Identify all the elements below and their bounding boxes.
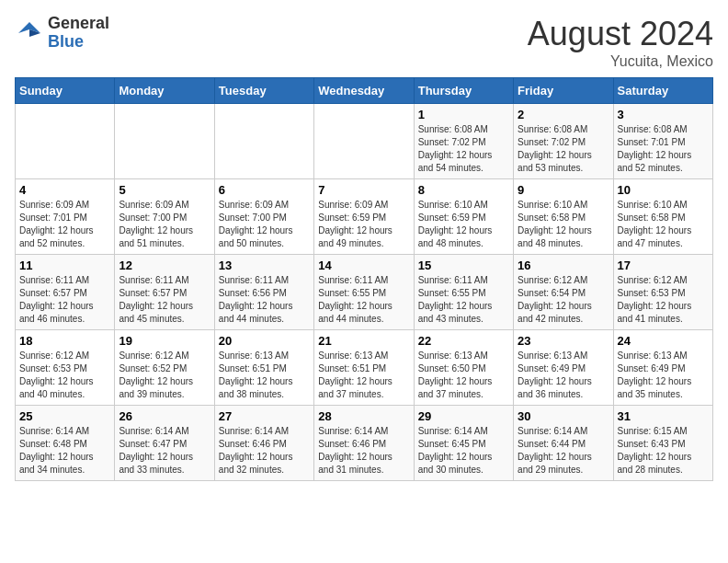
day-cell (214, 104, 313, 179)
day-number: 11 (19, 259, 110, 272)
day-number: 16 (518, 259, 609, 272)
day-number: 2 (518, 108, 609, 121)
day-cell: 12Sunrise: 6:11 AMSunset: 6:57 PMDayligh… (115, 255, 214, 330)
day-cell: 4Sunrise: 6:09 AMSunset: 7:01 PMDaylight… (16, 179, 115, 255)
day-number: 29 (418, 409, 509, 423)
day-number: 3 (618, 108, 709, 121)
day-number: 24 (618, 334, 709, 348)
week-row-3: 18Sunrise: 6:12 AMSunset: 6:53 PMDayligh… (16, 330, 713, 406)
header-day-wednesday: Wednesday (314, 78, 414, 104)
day-cell: 30Sunrise: 6:14 AMSunset: 6:44 PMDayligh… (514, 406, 613, 481)
day-cell: 16Sunrise: 6:12 AMSunset: 6:54 PMDayligh… (514, 255, 613, 330)
day-number: 18 (19, 334, 110, 348)
day-detail: Sunrise: 6:10 AMSunset: 6:58 PMDaylight:… (618, 199, 709, 250)
day-detail: Sunrise: 6:14 AMSunset: 6:46 PMDaylight:… (219, 425, 310, 477)
day-cell: 9Sunrise: 6:10 AMSunset: 6:58 PMDaylight… (514, 179, 613, 255)
day-detail: Sunrise: 6:12 AMSunset: 6:54 PMDaylight:… (518, 274, 609, 326)
day-cell: 18Sunrise: 6:12 AMSunset: 6:53 PMDayligh… (16, 330, 115, 406)
day-detail: Sunrise: 6:14 AMSunset: 6:48 PMDaylight:… (19, 425, 110, 477)
day-detail: Sunrise: 6:13 AMSunset: 6:49 PMDaylight:… (618, 350, 709, 401)
week-row-1: 4Sunrise: 6:09 AMSunset: 7:01 PMDaylight… (16, 179, 713, 255)
day-cell: 22Sunrise: 6:13 AMSunset: 6:50 PMDayligh… (414, 330, 513, 406)
day-detail: Sunrise: 6:08 AMSunset: 7:01 PMDaylight:… (618, 123, 709, 175)
day-cell: 24Sunrise: 6:13 AMSunset: 6:49 PMDayligh… (613, 330, 712, 406)
header-day-monday: Monday (115, 78, 214, 104)
week-row-4: 25Sunrise: 6:14 AMSunset: 6:48 PMDayligh… (16, 406, 713, 481)
month-title: August 2024 (528, 15, 713, 53)
day-number: 23 (518, 334, 609, 348)
calendar-header: SundayMondayTuesdayWednesdayThursdayFrid… (16, 78, 713, 104)
day-number: 13 (219, 259, 310, 272)
day-detail: Sunrise: 6:08 AMSunset: 7:02 PMDaylight:… (518, 123, 609, 175)
day-cell: 3Sunrise: 6:08 AMSunset: 7:01 PMDaylight… (613, 104, 712, 179)
week-row-2: 11Sunrise: 6:11 AMSunset: 6:57 PMDayligh… (16, 255, 713, 330)
day-number: 15 (418, 259, 509, 272)
day-number: 30 (518, 409, 609, 423)
day-detail: Sunrise: 6:11 AMSunset: 6:55 PMDaylight:… (418, 274, 509, 326)
day-number: 12 (119, 259, 210, 272)
day-cell: 17Sunrise: 6:12 AMSunset: 6:53 PMDayligh… (613, 255, 712, 330)
day-cell: 26Sunrise: 6:14 AMSunset: 6:47 PMDayligh… (115, 406, 214, 481)
day-number: 5 (119, 183, 210, 197)
day-detail: Sunrise: 6:12 AMSunset: 6:53 PMDaylight:… (19, 350, 110, 401)
day-cell: 2Sunrise: 6:08 AMSunset: 7:02 PMDaylight… (514, 104, 613, 179)
day-number: 9 (518, 183, 609, 197)
day-number: 6 (219, 183, 310, 197)
day-cell: 29Sunrise: 6:14 AMSunset: 6:45 PMDayligh… (414, 406, 513, 481)
day-number: 19 (119, 334, 210, 348)
logo-icon (15, 18, 44, 48)
day-cell: 1Sunrise: 6:08 AMSunset: 7:02 PMDaylight… (414, 104, 513, 179)
day-detail: Sunrise: 6:13 AMSunset: 6:51 PMDaylight:… (318, 350, 409, 401)
day-number: 14 (318, 259, 409, 272)
day-cell (16, 104, 115, 179)
day-cell: 15Sunrise: 6:11 AMSunset: 6:55 PMDayligh… (414, 255, 513, 330)
day-number: 7 (318, 183, 409, 197)
day-number: 4 (19, 183, 110, 197)
location: Yucuita, Mexico (528, 53, 713, 70)
day-detail: Sunrise: 6:09 AMSunset: 7:01 PMDaylight:… (19, 199, 110, 250)
day-detail: Sunrise: 6:14 AMSunset: 6:45 PMDaylight:… (418, 425, 509, 477)
day-detail: Sunrise: 6:13 AMSunset: 6:51 PMDaylight:… (219, 350, 310, 401)
day-number: 20 (219, 334, 310, 348)
day-cell: 5Sunrise: 6:09 AMSunset: 7:00 PMDaylight… (115, 179, 214, 255)
logo: General Blue (15, 15, 109, 52)
day-detail: Sunrise: 6:14 AMSunset: 6:46 PMDaylight:… (318, 425, 409, 477)
day-detail: Sunrise: 6:09 AMSunset: 6:59 PMDaylight:… (318, 199, 409, 250)
day-detail: Sunrise: 6:10 AMSunset: 6:59 PMDaylight:… (418, 199, 509, 250)
day-number: 17 (618, 259, 709, 272)
day-number: 28 (318, 409, 409, 423)
day-cell (314, 104, 414, 179)
week-row-0: 1Sunrise: 6:08 AMSunset: 7:02 PMDaylight… (16, 104, 713, 179)
day-detail: Sunrise: 6:12 AMSunset: 6:53 PMDaylight:… (618, 274, 709, 326)
day-cell: 23Sunrise: 6:13 AMSunset: 6:49 PMDayligh… (514, 330, 613, 406)
day-detail: Sunrise: 6:09 AMSunset: 7:00 PMDaylight:… (119, 199, 210, 250)
header-day-saturday: Saturday (613, 78, 712, 104)
day-cell (115, 104, 214, 179)
day-cell: 7Sunrise: 6:09 AMSunset: 6:59 PMDaylight… (314, 179, 414, 255)
day-number: 27 (219, 409, 310, 423)
day-detail: Sunrise: 6:11 AMSunset: 6:56 PMDaylight:… (219, 274, 310, 326)
header-day-sunday: Sunday (16, 78, 115, 104)
day-number: 21 (318, 334, 409, 348)
logo-text: General Blue (48, 15, 109, 52)
day-detail: Sunrise: 6:11 AMSunset: 6:57 PMDaylight:… (119, 274, 210, 326)
calendar-table: SundayMondayTuesdayWednesdayThursdayFrid… (15, 77, 713, 481)
day-number: 25 (19, 409, 110, 423)
day-cell: 27Sunrise: 6:14 AMSunset: 6:46 PMDayligh… (214, 406, 313, 481)
header-row: SundayMondayTuesdayWednesdayThursdayFrid… (16, 78, 713, 104)
day-cell: 8Sunrise: 6:10 AMSunset: 6:59 PMDaylight… (414, 179, 513, 255)
day-cell: 31Sunrise: 6:15 AMSunset: 6:43 PMDayligh… (613, 406, 712, 481)
day-detail: Sunrise: 6:10 AMSunset: 6:58 PMDaylight:… (518, 199, 609, 250)
day-cell: 19Sunrise: 6:12 AMSunset: 6:52 PMDayligh… (115, 330, 214, 406)
day-cell: 25Sunrise: 6:14 AMSunset: 6:48 PMDayligh… (16, 406, 115, 481)
day-detail: Sunrise: 6:09 AMSunset: 7:00 PMDaylight:… (219, 199, 310, 250)
day-detail: Sunrise: 6:15 AMSunset: 6:43 PMDaylight:… (618, 425, 709, 477)
page-header: General Blue August 2024 Yucuita, Mexico (15, 15, 713, 70)
day-cell: 10Sunrise: 6:10 AMSunset: 6:58 PMDayligh… (613, 179, 712, 255)
day-detail: Sunrise: 6:14 AMSunset: 6:47 PMDaylight:… (119, 425, 210, 477)
day-detail: Sunrise: 6:14 AMSunset: 6:44 PMDaylight:… (518, 425, 609, 477)
day-detail: Sunrise: 6:13 AMSunset: 6:49 PMDaylight:… (518, 350, 609, 401)
header-day-tuesday: Tuesday (214, 78, 313, 104)
day-detail: Sunrise: 6:11 AMSunset: 6:57 PMDaylight:… (19, 274, 110, 326)
calendar-body: 1Sunrise: 6:08 AMSunset: 7:02 PMDaylight… (16, 104, 713, 481)
